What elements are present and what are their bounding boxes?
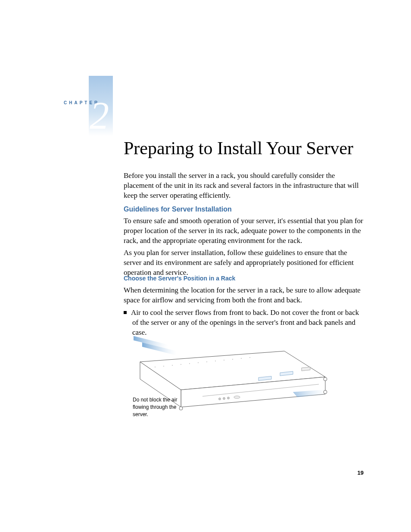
svg-point-20 (215, 361, 216, 361)
svg-point-14 (163, 366, 164, 367)
figure-caption: Do not block the air flowing through the… (133, 396, 189, 418)
section1-para2: As you plan for server installation, fol… (124, 248, 363, 278)
svg-point-7 (223, 398, 225, 400)
svg-point-21 (224, 360, 224, 361)
section-heading-guidelines: Guidelines for Server Installation (124, 205, 232, 213)
bullet-square-icon (124, 311, 127, 314)
chapter-number: 2 (90, 96, 109, 135)
svg-point-6 (219, 398, 221, 400)
section1-para1: To ensure safe and smooth operation of y… (124, 216, 363, 246)
intro-paragraph: Before you install the server in a rack,… (124, 171, 363, 201)
svg-point-24 (249, 357, 250, 358)
svg-point-17 (189, 363, 190, 364)
subsection1-para: When determining the location for the se… (124, 286, 363, 305)
svg-point-9 (234, 396, 240, 398)
svg-point-23 (241, 358, 242, 359)
subsection-heading-position: Choose the Server's Position in a Rack (124, 275, 235, 282)
svg-point-13 (155, 367, 156, 367)
svg-point-18 (198, 362, 199, 363)
bullet-text: Air to cool the server flows from front … (131, 308, 359, 336)
svg-point-22 (232, 359, 233, 360)
svg-point-16 (181, 364, 181, 365)
svg-point-19 (206, 361, 207, 362)
page-title: Preparing to Install Your Server (124, 138, 353, 159)
svg-point-15 (172, 365, 173, 366)
svg-point-27 (324, 390, 327, 394)
page-number: 19 (358, 470, 364, 476)
bullet-item: Air to cool the server flows from front … (124, 308, 363, 338)
svg-point-26 (324, 377, 327, 381)
svg-point-8 (227, 397, 230, 399)
